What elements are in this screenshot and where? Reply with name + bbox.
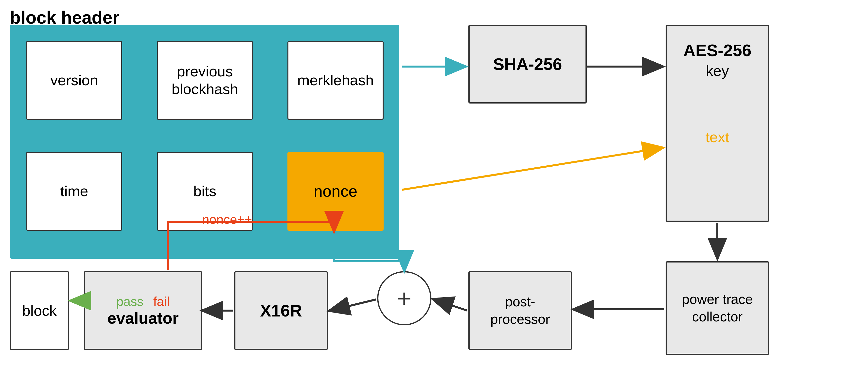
postproc-to-xor-arrow xyxy=(434,300,467,311)
post-processor-box: post- processor xyxy=(468,271,572,350)
xor-circle: + xyxy=(377,271,431,325)
block-box: block xyxy=(10,271,69,350)
xor-to-x16r-arrow xyxy=(330,300,376,311)
power-trace-collector-box: power trace collector xyxy=(665,261,769,355)
sha256-box: SHA-256 xyxy=(468,25,587,103)
cell-nonce: nonce xyxy=(287,152,383,231)
aes256-box: AES-256 key text xyxy=(665,25,769,222)
cell-time: time xyxy=(26,152,122,231)
cell-version: version xyxy=(26,41,122,120)
cell-prev-blockhash: previous blockhash xyxy=(157,41,253,120)
evaluator-box: pass fail evaluator xyxy=(84,271,202,350)
nonce-to-aes256-arrow xyxy=(402,148,662,190)
nonce-increment-label: nonce++ xyxy=(202,212,252,227)
cell-merklehash: merklehash xyxy=(287,41,383,120)
x16r-box: X16R xyxy=(234,271,328,350)
